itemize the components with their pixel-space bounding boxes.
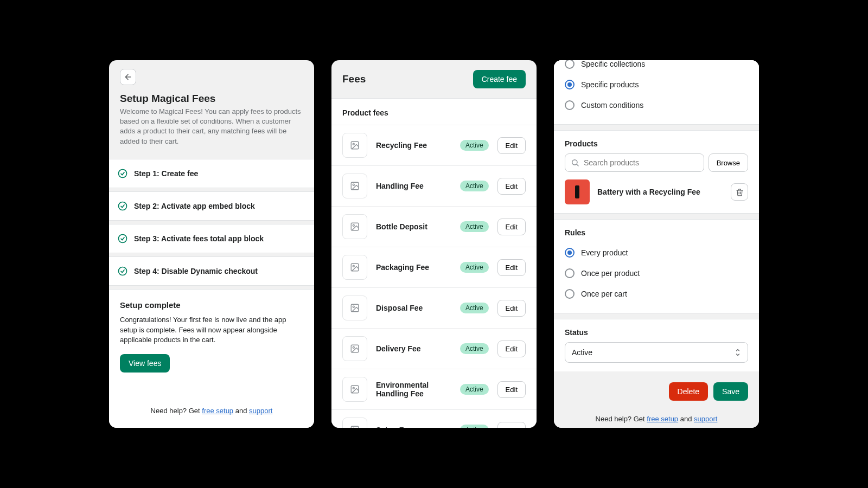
view-fees-button[interactable]: View fees (120, 354, 170, 373)
radio-specific-products[interactable]: Specific products (554, 74, 759, 95)
fee-thumbnail (342, 174, 367, 198)
search-icon (571, 158, 579, 167)
product-fees-card: Product fees Recycling FeeActiveEditHand… (331, 98, 537, 428)
setup-panel: Setup Magical Fees Welcome to Magical Fe… (109, 60, 314, 428)
save-button[interactable]: Save (713, 382, 748, 401)
edit-fee-button[interactable]: Edit (497, 341, 526, 357)
svg-point-4 (119, 267, 127, 275)
check-circle-icon (118, 266, 127, 276)
image-placeholder-icon (350, 181, 360, 191)
svg-point-1 (119, 169, 127, 177)
radio-label: Once per cart (581, 290, 627, 298)
products-section: Products Browse Battery with a Recycling… (554, 130, 759, 214)
status-badge: Active (460, 343, 489, 354)
image-placeholder-icon (350, 262, 360, 272)
support-link[interactable]: support (249, 407, 272, 415)
edit-fee-button[interactable]: Edit (497, 259, 526, 276)
radio-label: Specific products (581, 80, 639, 89)
svg-point-8 (353, 184, 354, 185)
browse-button[interactable]: Browse (709, 153, 748, 172)
create-fee-button[interactable]: Create fee (473, 70, 526, 88)
radio-icon (565, 268, 575, 278)
fees-panel: Fees Create fee Product fees Recycling F… (331, 60, 537, 428)
svg-point-14 (353, 306, 354, 307)
rules-section: Rules Every product Once per product Onc… (554, 219, 759, 313)
image-placeholder-icon (350, 140, 360, 150)
radio-label: Specific collections (581, 60, 645, 68)
radio-label: Custom conditions (581, 101, 643, 110)
edit-fee-button[interactable]: Edit (497, 219, 526, 235)
fee-thumbnail (342, 336, 367, 361)
status-select[interactable]: Active (565, 342, 748, 363)
apply-to-section: Specific collections Specific products C… (554, 60, 759, 125)
radio-icon (565, 60, 575, 69)
fee-row: Bottle DepositActiveEdit (331, 206, 537, 247)
fee-name: Handling Fee (376, 182, 451, 190)
product-fees-title: Product fees (331, 99, 537, 125)
fee-row: Setup FeeActiveEdit (331, 409, 537, 428)
setup-step[interactable]: Step 4: Disable Dynamic checkout (109, 256, 314, 286)
edit-fee-button[interactable]: Edit (497, 300, 526, 317)
status-badge: Active (460, 140, 489, 151)
radio-icon (565, 248, 575, 258)
setup-step[interactable]: Step 3: Activate fees total app block (109, 224, 314, 253)
radio-icon (565, 100, 575, 110)
search-input[interactable] (584, 158, 698, 167)
image-placeholder-icon (350, 222, 360, 232)
radio-specific-collections[interactable]: Specific collections (554, 60, 759, 74)
radio-custom-conditions[interactable]: Custom conditions (554, 95, 759, 115)
edit-fee-button[interactable]: Edit (497, 381, 526, 398)
fee-thumbnail (342, 214, 367, 239)
select-chevron-icon (735, 348, 741, 357)
check-circle-icon (118, 201, 127, 211)
edit-fee-button[interactable]: Edit (497, 422, 526, 428)
fee-name: Bottle Deposit (376, 222, 451, 231)
radio-label: Every product (581, 248, 628, 257)
fees-title: Fees (342, 73, 366, 85)
radio-every-product[interactable]: Every product (554, 242, 759, 263)
status-badge: Active (460, 262, 489, 273)
svg-point-3 (119, 234, 127, 242)
free-setup-link[interactable]: free setup (647, 415, 678, 423)
page-title: Setup Magical Fees (120, 93, 303, 105)
edit-fee-button[interactable]: Edit (497, 137, 526, 154)
fee-thumbnail (342, 255, 367, 280)
product-search[interactable] (565, 153, 704, 172)
product-name: Battery with a Recycling Fee (597, 188, 723, 196)
free-setup-link[interactable]: free setup (202, 407, 233, 415)
fee-name: Disposal Fee (376, 304, 451, 312)
trash-icon (736, 188, 744, 196)
setup-step[interactable]: Step 2: Activate app embed block (109, 191, 314, 221)
status-value: Active (572, 348, 592, 357)
radio-label: Once per product (581, 269, 640, 278)
svg-rect-19 (351, 426, 359, 428)
remove-product-button[interactable] (731, 183, 748, 201)
step-label: Step 3: Activate fees total app block (134, 234, 264, 243)
selected-product: Battery with a Recycling Fee (554, 172, 759, 204)
fee-thumbnail (342, 377, 367, 402)
edit-fee-button[interactable]: Edit (497, 178, 526, 195)
help-line: Need help? Get free setup and support (120, 396, 303, 415)
products-title: Products (554, 131, 759, 153)
check-circle-icon (118, 169, 127, 178)
status-badge: Active (460, 181, 489, 191)
support-link[interactable]: support (694, 415, 717, 423)
image-placeholder-icon (350, 303, 360, 313)
status-badge: Active (460, 425, 489, 428)
check-circle-icon (118, 234, 127, 243)
status-section: Status Active (554, 319, 759, 371)
form-actions: Delete Save (554, 371, 759, 406)
fee-row: Handling FeeActiveEdit (331, 165, 537, 206)
radio-icon (565, 80, 575, 89)
delete-button[interactable]: Delete (669, 382, 708, 401)
image-placeholder-icon (350, 384, 360, 394)
fee-row: Recycling FeeActiveEdit (331, 125, 537, 165)
setup-step[interactable]: Step 1: Create fee (109, 159, 314, 188)
svg-line-22 (577, 164, 578, 166)
radio-once-per-product[interactable]: Once per product (554, 263, 759, 284)
status-title: Status (554, 319, 759, 342)
back-button[interactable] (120, 69, 136, 85)
radio-once-per-cart[interactable]: Once per cart (554, 284, 759, 304)
fee-row: Packaging FeeActiveEdit (331, 247, 537, 287)
rules-title: Rules (554, 220, 759, 242)
